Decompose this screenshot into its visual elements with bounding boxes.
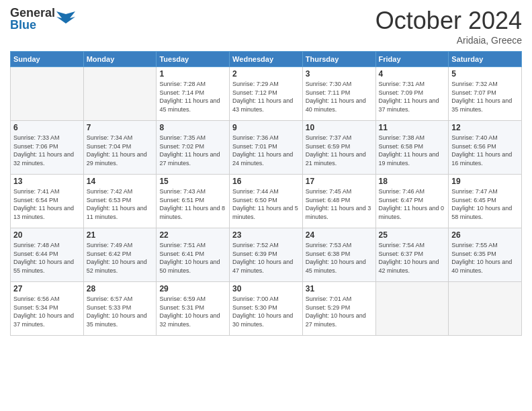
- day-number: 5: [451, 69, 519, 79]
- calendar-day-cell: 21Sunrise: 7:49 AM Sunset: 6:42 PM Dayli…: [83, 228, 157, 282]
- logo: General Blue: [10, 7, 75, 31]
- calendar-day-cell: 25Sunrise: 7:54 AM Sunset: 6:37 PM Dayli…: [375, 228, 449, 282]
- calendar-day-cell: 13Sunrise: 7:41 AM Sunset: 6:54 PM Dayli…: [11, 175, 84, 228]
- day-number: 8: [159, 123, 226, 132]
- calendar-day-cell: 2Sunrise: 7:29 AM Sunset: 7:12 PM Daylig…: [230, 67, 303, 121]
- calendar-day-cell: 30Sunrise: 7:00 AM Sunset: 5:30 PM Dayli…: [230, 282, 303, 336]
- day-info: Sunrise: 7:54 AM Sunset: 6:37 PM Dayligh…: [379, 241, 446, 275]
- day-number: 11: [379, 123, 446, 132]
- day-info: Sunrise: 7:28 AM Sunset: 7:14 PM Dayligh…: [159, 80, 226, 113]
- calendar-day-cell: 14Sunrise: 7:42 AM Sunset: 6:53 PM Dayli…: [83, 175, 157, 228]
- day-number: 23: [232, 230, 300, 240]
- day-info: Sunrise: 7:29 AM Sunset: 7:12 PM Dayligh…: [232, 80, 300, 113]
- day-info: Sunrise: 7:34 AM Sunset: 7:04 PM Dayligh…: [87, 134, 154, 167]
- logo-general: General: [10, 7, 55, 19]
- day-number: 3: [306, 69, 373, 79]
- day-info: Sunrise: 7:36 AM Sunset: 7:01 PM Dayligh…: [232, 134, 300, 167]
- col-tuesday: Tuesday: [157, 52, 230, 67]
- logo-text: General Blue: [10, 7, 55, 31]
- calendar-day-cell: 26Sunrise: 7:55 AM Sunset: 6:35 PM Dayli…: [449, 228, 522, 282]
- col-sunday: Sunday: [11, 52, 84, 67]
- calendar-day-cell: 28Sunrise: 6:57 AM Sunset: 5:33 PM Dayli…: [83, 282, 157, 336]
- calendar-day-cell: 5Sunrise: 7:32 AM Sunset: 7:07 PM Daylig…: [449, 67, 522, 121]
- day-number: 24: [306, 230, 373, 240]
- day-number: 1: [159, 69, 226, 79]
- day-number: 28: [87, 284, 154, 293]
- day-number: 30: [232, 284, 300, 293]
- day-number: 17: [306, 177, 373, 186]
- day-number: 7: [87, 123, 154, 132]
- calendar-day-cell: 15Sunrise: 7:43 AM Sunset: 6:51 PM Dayli…: [157, 175, 230, 228]
- logo-bird-icon: [56, 11, 75, 26]
- day-info: Sunrise: 7:51 AM Sunset: 6:41 PM Dayligh…: [159, 241, 226, 275]
- day-number: 2: [232, 69, 300, 79]
- calendar-day-cell: [11, 67, 84, 121]
- day-info: Sunrise: 7:33 AM Sunset: 7:06 PM Dayligh…: [13, 134, 81, 167]
- day-info: Sunrise: 7:31 AM Sunset: 7:09 PM Dayligh…: [379, 80, 446, 113]
- calendar-day-cell: 8Sunrise: 7:35 AM Sunset: 7:02 PM Daylig…: [157, 121, 230, 175]
- day-info: Sunrise: 7:44 AM Sunset: 6:50 PM Dayligh…: [232, 187, 300, 221]
- calendar-day-cell: 6Sunrise: 7:33 AM Sunset: 7:06 PM Daylig…: [11, 121, 84, 175]
- day-number: 22: [159, 230, 226, 240]
- day-number: 18: [379, 177, 446, 186]
- day-info: Sunrise: 7:40 AM Sunset: 6:56 PM Dayligh…: [451, 134, 519, 167]
- calendar-header-row: Sunday Monday Tuesday Wednesday Thursday…: [11, 52, 522, 67]
- col-wednesday: Wednesday: [230, 52, 303, 67]
- day-info: Sunrise: 7:47 AM Sunset: 6:45 PM Dayligh…: [451, 187, 519, 221]
- calendar-day-cell: 12Sunrise: 7:40 AM Sunset: 6:56 PM Dayli…: [449, 121, 522, 175]
- calendar-day-cell: 3Sunrise: 7:30 AM Sunset: 7:11 PM Daylig…: [302, 67, 375, 121]
- day-info: Sunrise: 7:53 AM Sunset: 6:38 PM Dayligh…: [306, 241, 373, 275]
- day-info: Sunrise: 7:43 AM Sunset: 6:51 PM Dayligh…: [159, 187, 226, 221]
- calendar-week-row: 13Sunrise: 7:41 AM Sunset: 6:54 PM Dayli…: [11, 175, 522, 228]
- day-info: Sunrise: 7:01 AM Sunset: 5:29 PM Dayligh…: [306, 295, 373, 328]
- calendar-day-cell: 1Sunrise: 7:28 AM Sunset: 7:14 PM Daylig…: [157, 67, 230, 121]
- calendar-day-cell: 22Sunrise: 7:51 AM Sunset: 6:41 PM Dayli…: [157, 228, 230, 282]
- day-info: Sunrise: 7:49 AM Sunset: 6:42 PM Dayligh…: [87, 241, 154, 275]
- day-info: Sunrise: 7:52 AM Sunset: 6:39 PM Dayligh…: [232, 241, 300, 275]
- day-number: 6: [13, 123, 81, 132]
- calendar-day-cell: 20Sunrise: 7:48 AM Sunset: 6:44 PM Dayli…: [11, 228, 84, 282]
- calendar-week-row: 20Sunrise: 7:48 AM Sunset: 6:44 PM Dayli…: [11, 228, 522, 282]
- title-block: October 2024 Aridaia, Greece: [375, 7, 522, 46]
- calendar-day-cell: [375, 282, 449, 336]
- calendar-day-cell: 19Sunrise: 7:47 AM Sunset: 6:45 PM Dayli…: [449, 175, 522, 228]
- day-number: 31: [306, 284, 373, 293]
- calendar-table: Sunday Monday Tuesday Wednesday Thursday…: [10, 51, 522, 336]
- calendar-day-cell: 23Sunrise: 7:52 AM Sunset: 6:39 PM Dayli…: [230, 228, 303, 282]
- calendar-day-cell: 4Sunrise: 7:31 AM Sunset: 7:09 PM Daylig…: [375, 67, 449, 121]
- col-friday: Friday: [375, 52, 449, 67]
- calendar-day-cell: 17Sunrise: 7:45 AM Sunset: 6:48 PM Dayli…: [302, 175, 375, 228]
- calendar-day-cell: 31Sunrise: 7:01 AM Sunset: 5:29 PM Dayli…: [302, 282, 375, 336]
- col-monday: Monday: [83, 52, 157, 67]
- day-info: Sunrise: 6:59 AM Sunset: 5:31 PM Dayligh…: [159, 295, 226, 328]
- calendar-day-cell: 16Sunrise: 7:44 AM Sunset: 6:50 PM Dayli…: [230, 175, 303, 228]
- day-info: Sunrise: 7:00 AM Sunset: 5:30 PM Dayligh…: [232, 295, 300, 328]
- calendar-day-cell: 29Sunrise: 6:59 AM Sunset: 5:31 PM Dayli…: [157, 282, 230, 336]
- day-info: Sunrise: 7:41 AM Sunset: 6:54 PM Dayligh…: [13, 187, 81, 221]
- calendar-week-row: 1Sunrise: 7:28 AM Sunset: 7:14 PM Daylig…: [11, 67, 522, 121]
- day-number: 26: [451, 230, 519, 240]
- day-info: Sunrise: 7:35 AM Sunset: 7:02 PM Dayligh…: [159, 134, 226, 167]
- day-info: Sunrise: 7:30 AM Sunset: 7:11 PM Dayligh…: [306, 80, 373, 113]
- day-info: Sunrise: 7:46 AM Sunset: 6:47 PM Dayligh…: [379, 187, 446, 221]
- calendar-week-row: 6Sunrise: 7:33 AM Sunset: 7:06 PM Daylig…: [11, 121, 522, 175]
- day-number: 14: [87, 177, 154, 186]
- day-info: Sunrise: 7:48 AM Sunset: 6:44 PM Dayligh…: [13, 241, 81, 275]
- col-saturday: Saturday: [449, 52, 522, 67]
- day-number: 15: [159, 177, 226, 186]
- calendar-day-cell: [83, 67, 157, 121]
- calendar-day-cell: 9Sunrise: 7:36 AM Sunset: 7:01 PM Daylig…: [230, 121, 303, 175]
- logo-blue: Blue: [10, 19, 55, 31]
- day-number: 20: [13, 230, 81, 240]
- day-number: 29: [159, 284, 226, 293]
- location: Aridaia, Greece: [375, 35, 522, 46]
- day-number: 19: [451, 177, 519, 186]
- day-info: Sunrise: 6:57 AM Sunset: 5:33 PM Dayligh…: [87, 295, 154, 328]
- day-number: 21: [87, 230, 154, 240]
- calendar-day-cell: 11Sunrise: 7:38 AM Sunset: 6:58 PM Dayli…: [375, 121, 449, 175]
- day-info: Sunrise: 7:32 AM Sunset: 7:07 PM Dayligh…: [451, 80, 519, 113]
- day-number: 16: [232, 177, 300, 186]
- month-title: October 2024: [375, 7, 522, 35]
- calendar-day-cell: 27Sunrise: 6:56 AM Sunset: 5:34 PM Dayli…: [11, 282, 84, 336]
- day-number: 9: [232, 123, 300, 132]
